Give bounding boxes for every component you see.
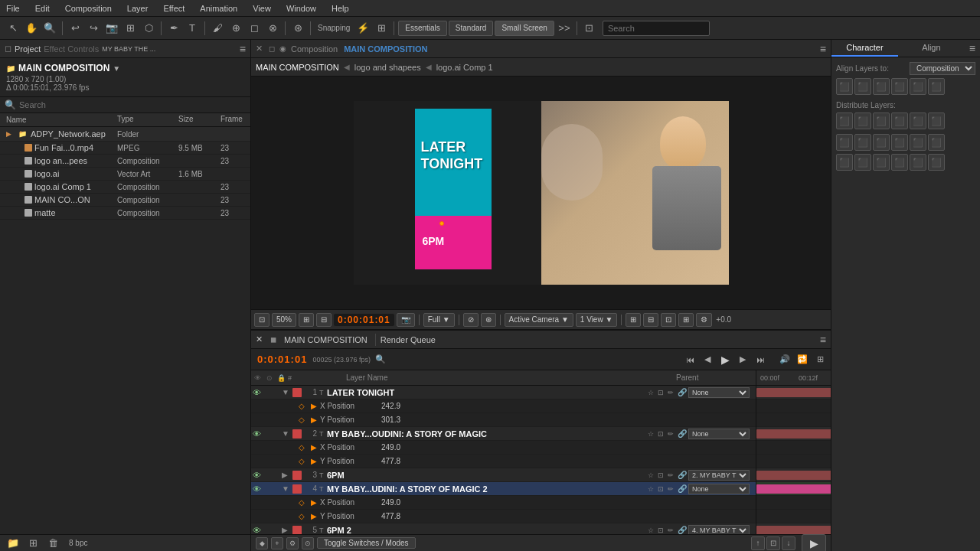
layer-expand-1[interactable]: ▼ — [282, 388, 292, 396]
sub-keyframe-4y[interactable]: ◇ — [299, 512, 311, 520]
vp-zoom-select[interactable]: 50% — [272, 313, 296, 327]
align-extra-12[interactable]: ⬛ — [928, 154, 945, 171]
workspace-essentials[interactable]: Essentials — [398, 21, 447, 36]
distribute-left-btn[interactable]: ⬛ — [836, 112, 853, 129]
comp-panel-close[interactable]: ✕ — [256, 44, 263, 54]
roto-tool[interactable]: ⊗ — [264, 20, 281, 37]
layer-row-5[interactable]: 👁 ▶ 5 T 6PM 2 ☆ ⊡ ✏ — [251, 523, 756, 534]
undo-tool[interactable]: ↩ — [67, 20, 83, 37]
align-left-btn[interactable]: ⬛ — [836, 78, 853, 95]
vp-region-btn[interactable]: ⊟ — [316, 313, 332, 327]
menu-composition[interactable]: Composition — [62, 2, 115, 15]
align-extra-10[interactable]: ⬛ — [891, 154, 908, 171]
workspace-small-screen[interactable]: Small Screen — [495, 21, 554, 36]
sub-keyframe-2y[interactable]: ◇ — [299, 457, 311, 465]
tl-nav-down[interactable]: ↓ — [782, 536, 795, 550]
timeline-panel-menu[interactable]: ≡ — [820, 334, 826, 346]
hand-tool[interactable]: ✋ — [23, 20, 40, 37]
align-extra-6[interactable]: ⬛ — [928, 134, 945, 151]
workspace-more[interactable]: >> — [556, 20, 573, 37]
tab-character[interactable]: Character — [831, 40, 898, 57]
align-extra-1[interactable]: ⬛ — [836, 134, 853, 151]
project-search-input[interactable] — [19, 100, 246, 109]
mask-tool[interactable]: ⬡ — [140, 20, 157, 37]
tl-layer-settings[interactable]: ⚙ — [286, 537, 299, 549]
sub-expand-y[interactable]: ▶ — [311, 416, 320, 424]
layer-eye-5[interactable]: 👁 — [253, 526, 263, 535]
align-v-center-btn[interactable]: ⬛ — [910, 78, 926, 95]
align-extra-9[interactable]: ⬛ — [873, 154, 890, 171]
menu-file[interactable]: File — [3, 2, 23, 15]
parent-select-5[interactable]: 4. MY BABY T — [688, 525, 750, 535]
layer-expand-2[interactable]: ▼ — [282, 429, 292, 438]
align-extra-5[interactable]: ⬛ — [910, 134, 926, 151]
vp-rulers[interactable]: ⊞ — [626, 313, 641, 327]
layer-eye-3[interactable]: 👁 — [253, 471, 263, 480]
vp-resolution-select[interactable]: Full ▼ — [423, 313, 455, 327]
vp-active-camera[interactable]: Active Camera ▼ — [505, 313, 573, 327]
grid-btn[interactable]: ⊞ — [373, 20, 390, 37]
align-extra-3[interactable]: ⬛ — [873, 134, 890, 151]
sub-keyframe[interactable]: ◇ — [299, 402, 311, 410]
align-extra-2[interactable]: ⬛ — [854, 134, 871, 151]
eraser-tool[interactable]: ◻ — [246, 20, 263, 37]
menu-animation[interactable]: Animation — [197, 2, 240, 15]
tab-align[interactable]: Align — [898, 40, 965, 57]
tl-play-btn-bottom[interactable]: ▶ — [802, 534, 826, 552]
parent-select-1[interactable]: None — [688, 387, 750, 398]
vp-toggle-color[interactable]: ⊛ — [481, 313, 496, 327]
layer-row-2[interactable]: 👁 ▼ 2 T MY BABY...OUDINI: A STORY OF MAG… — [251, 427, 756, 441]
tl-add-marker[interactable]: ◆ — [256, 537, 268, 549]
breadcrumb-main[interactable]: MAIN COMPOSITION — [256, 63, 339, 72]
sub-expand-2y[interactable]: ▶ — [311, 457, 320, 465]
layer-row-3[interactable]: 👁 ▶ 3 T 6PM ☆ ⊡ ✏ — [251, 468, 756, 482]
vp-camera-btn[interactable]: 📷 — [397, 313, 415, 327]
tl-loop[interactable]: 🔁 — [795, 352, 810, 367]
layer-eye-2[interactable]: 👁 — [253, 429, 263, 439]
menu-effect[interactable]: Effect — [160, 2, 188, 15]
tl-step-forward[interactable]: ▶ — [735, 352, 750, 367]
pen-tool[interactable]: ✒ — [165, 20, 182, 37]
breadcrumb-logo-comp[interactable]: logo.ai Comp 1 — [436, 63, 493, 72]
list-item[interactable]: matte Composition 23 — [0, 207, 250, 220]
timeline-tracks[interactable]: 00:00f 00:12f 01:00f 01:12f 02:00f 02:12… — [756, 370, 831, 534]
workspace-standard[interactable]: Standard — [449, 21, 494, 36]
align-right-btn[interactable]: ⬛ — [873, 78, 890, 95]
tl-play[interactable]: ▶ — [717, 352, 733, 367]
align-h-center-btn[interactable]: ⬛ — [854, 78, 871, 95]
timeline-close[interactable]: ✕ — [256, 334, 263, 344]
layer-expand-4[interactable]: ▼ — [282, 484, 292, 493]
align-extra-4[interactable]: ⬛ — [891, 134, 908, 151]
sub-expand-2x[interactable]: ▶ — [311, 443, 320, 452]
vp-safe-zones[interactable]: ⊡ — [661, 313, 676, 327]
align-to-dropdown[interactable]: Composition — [910, 62, 975, 75]
parent-select-2[interactable]: None — [688, 429, 750, 439]
render-queue-tab[interactable]: Render Queue — [375, 334, 440, 346]
vp-toggle-transparency[interactable]: ⊘ — [463, 313, 479, 327]
vp-1view[interactable]: 1 View ▼ — [576, 313, 618, 327]
parent-select-3[interactable]: 2. MY BABY T — [688, 470, 750, 481]
camera-tool[interactable]: 📷 — [103, 20, 120, 37]
list-item[interactable]: logo.ai Vector Art 1.6 MB — [0, 168, 250, 181]
zoom-tool[interactable]: 🔍 — [41, 20, 58, 37]
distribute-h-btn[interactable]: ⬛ — [854, 112, 871, 129]
clone-tool[interactable]: ⊕ — [227, 20, 244, 37]
menu-help[interactable]: Help — [328, 2, 352, 15]
menu-window[interactable]: Window — [283, 2, 319, 15]
vp-grid[interactable]: ⊞ — [678, 313, 694, 327]
vp-guides[interactable]: ⊟ — [643, 313, 658, 327]
toggle-switches-btn[interactable]: Toggle Switches / Modes — [317, 537, 416, 549]
new-folder-btn[interactable]: 📁 — [5, 535, 21, 552]
layer-expand-5[interactable]: ▶ — [282, 526, 292, 534]
sub-keyframe-4x[interactable]: ◇ — [299, 498, 311, 507]
distribute-top-btn[interactable]: ⬛ — [891, 112, 908, 129]
distribute-v-btn[interactable]: ⬛ — [910, 112, 926, 129]
distribute-right-btn[interactable]: ⬛ — [873, 112, 890, 129]
tl-nav-home[interactable]: ⊡ — [766, 536, 780, 550]
composition-viewport[interactable]: LATER TONIGHT 6PM — [251, 77, 831, 309]
right-panel-menu[interactable]: ≡ — [965, 40, 980, 57]
menu-layer[interactable]: Layer — [124, 2, 152, 15]
distribute-bottom-btn[interactable]: ⬛ — [928, 112, 945, 129]
sub-keyframe-y[interactable]: ◇ — [299, 416, 311, 424]
tl-new-layer[interactable]: + — [271, 537, 283, 549]
